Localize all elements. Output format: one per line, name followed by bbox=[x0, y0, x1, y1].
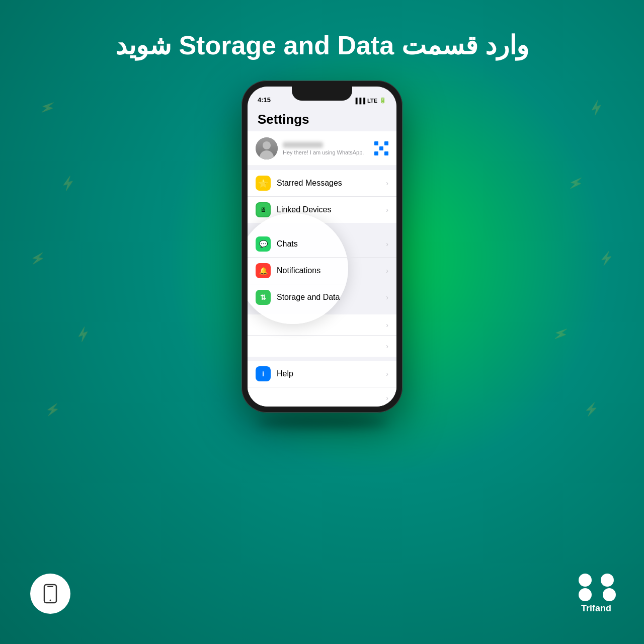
help-label: Help bbox=[277, 369, 386, 378]
menu-item-storage[interactable]: ⇅ Storage and Data › bbox=[248, 284, 396, 310]
menu-item-linked[interactable]: 🖥 Linked Devices › bbox=[248, 197, 396, 223]
menu-item-blank1[interactable]: › bbox=[248, 314, 396, 336]
qr-code-icon[interactable] bbox=[374, 141, 388, 155]
menu-section-3: › › bbox=[248, 314, 396, 357]
lightning-2: ⚡ bbox=[59, 175, 77, 192]
chevron-linked: › bbox=[386, 206, 388, 214]
dot-bl bbox=[579, 588, 592, 601]
lightning-10: ⚡ bbox=[583, 402, 599, 418]
notifications-icon: 🔔 bbox=[256, 263, 271, 278]
lightning-6: ⚡ bbox=[587, 99, 606, 117]
profile-info: Hey there! I am using WhatsApp. bbox=[283, 142, 364, 155]
avatar-body bbox=[260, 150, 274, 159]
lte-label: LTE bbox=[367, 98, 377, 104]
dot-tr bbox=[601, 574, 614, 587]
battery-icon: 🔋 bbox=[379, 97, 386, 104]
menu-item-blank2[interactable]: › bbox=[248, 336, 396, 357]
chevron-help2: › bbox=[386, 394, 388, 402]
svg-rect-1 bbox=[47, 586, 53, 587]
storage-icon: ⇅ bbox=[256, 290, 271, 305]
phone-notch bbox=[292, 87, 352, 101]
profile-status: Hey there! I am using WhatsApp. bbox=[283, 149, 364, 155]
mobile-icon bbox=[40, 584, 60, 604]
menu-item-chats[interactable]: 💬 Chats › bbox=[248, 231, 396, 258]
menu-item-help[interactable]: i Help › bbox=[248, 361, 396, 387]
menu-section-4: i Help › › bbox=[248, 361, 396, 407]
screen-content: Settings Hey there! I am usin bbox=[248, 107, 396, 407]
phone-mockup: 4:15 ▐▐▐ LTE 🔋 Settings bbox=[242, 80, 403, 413]
menu-section-spotlight: 💬 Chats › 🔔 Notifications › ⇅ Storage an… bbox=[248, 227, 396, 310]
trifand-logo: Trifand bbox=[579, 574, 614, 614]
starred-label: Starred Messages bbox=[277, 179, 386, 188]
chevron-blank2: › bbox=[386, 342, 388, 350]
chats-icon: 💬 bbox=[256, 236, 271, 252]
phone-shadow bbox=[257, 418, 387, 428]
menu-section-2: 💬 Chats › 🔔 Notifications › ⇅ Storage an… bbox=[248, 231, 396, 310]
notifications-label: Notifications bbox=[277, 266, 386, 275]
profile-left: Hey there! I am using WhatsApp. bbox=[256, 137, 364, 159]
bottom-logos: Trifand bbox=[0, 574, 644, 614]
lightning-7: ⚡ bbox=[567, 175, 585, 192]
avatar-silhouette bbox=[256, 137, 278, 159]
starred-icon: ⭐ bbox=[256, 176, 271, 191]
menu-section-1: ⭐ Starred Messages › 🖥 Linked Devices › bbox=[248, 170, 396, 223]
phone-icon-logo bbox=[30, 574, 70, 614]
lightning-4: ⚡ bbox=[73, 325, 93, 344]
lightning-5: ⚡ bbox=[45, 402, 61, 418]
status-time: 4:15 bbox=[258, 96, 271, 104]
help-icon: i bbox=[256, 366, 271, 381]
trifand-dots-container bbox=[579, 574, 614, 601]
status-icons: ▐▐▐ LTE 🔋 bbox=[354, 97, 386, 104]
page-title: وارد قسمت Storage and Data شوید bbox=[115, 30, 529, 60]
profile-section[interactable]: Hey there! I am using WhatsApp. bbox=[248, 131, 396, 166]
chevron-storage: › bbox=[386, 293, 388, 301]
menu-item-help2[interactable]: › bbox=[248, 387, 396, 407]
trifand-brand-name: Trifand bbox=[581, 603, 611, 614]
settings-header: Settings bbox=[248, 107, 396, 131]
storage-label: Storage and Data bbox=[277, 293, 386, 302]
menu-item-notifications[interactable]: 🔔 Notifications › bbox=[248, 258, 396, 284]
linked-label: Linked Devices bbox=[277, 205, 386, 214]
chevron-starred: › bbox=[386, 179, 388, 187]
lightning-1: ⚡ bbox=[38, 99, 57, 117]
chats-label: Chats bbox=[277, 239, 386, 249]
chevron-blank1: › bbox=[386, 321, 388, 329]
lightning-3: ⚡ bbox=[29, 251, 46, 267]
avatar bbox=[256, 137, 278, 159]
settings-title: Settings bbox=[258, 112, 386, 127]
profile-name-blurred bbox=[283, 142, 323, 148]
lightning-8: ⚡ bbox=[598, 251, 615, 267]
phone-frame: 4:15 ▐▐▐ LTE 🔋 Settings bbox=[242, 80, 403, 413]
svg-point-2 bbox=[50, 600, 51, 601]
phone-screen: 4:15 ▐▐▐ LTE 🔋 Settings bbox=[248, 87, 396, 407]
lightning-9: ⚡ bbox=[551, 325, 571, 344]
avatar-head bbox=[263, 141, 271, 149]
dot-tl bbox=[579, 574, 592, 587]
dot-br bbox=[603, 588, 616, 601]
chevron-notifications: › bbox=[386, 267, 388, 275]
signal-icon: ▐▐▐ bbox=[354, 98, 365, 104]
chevron-help: › bbox=[386, 370, 388, 378]
chevron-chats: › bbox=[386, 240, 388, 248]
linked-icon: 🖥 bbox=[256, 202, 271, 217]
menu-item-starred[interactable]: ⭐ Starred Messages › bbox=[248, 170, 396, 197]
